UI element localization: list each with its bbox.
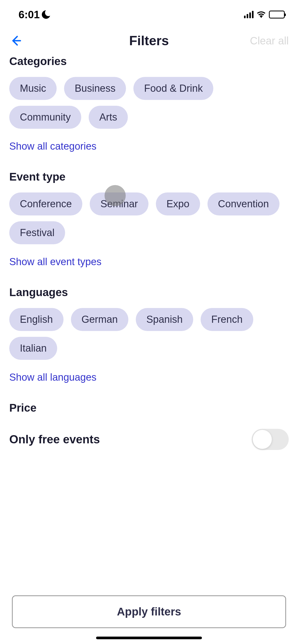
categories-chips: Music Business Food & Drink Community Ar… xyxy=(9,77,289,129)
chip-french[interactable]: French xyxy=(201,308,253,331)
chip-arts[interactable]: Arts xyxy=(89,106,128,129)
status-right xyxy=(244,11,285,19)
apply-filters-button[interactable]: Apply filters xyxy=(12,595,286,628)
header: Filters Clear all xyxy=(0,26,298,55)
chip-music[interactable]: Music xyxy=(9,77,57,100)
status-left: 6:01 xyxy=(19,9,50,21)
toggle-knob xyxy=(253,430,272,449)
battery-icon xyxy=(269,11,285,19)
chip-food-drink[interactable]: Food & Drink xyxy=(133,77,213,100)
categories-section: Categories Music Business Food & Drink C… xyxy=(9,55,289,152)
back-button[interactable] xyxy=(9,34,22,47)
chip-italian[interactable]: Italian xyxy=(9,337,57,360)
languages-section: Languages English German Spanish French … xyxy=(9,286,289,383)
fade-overlay xyxy=(0,551,298,583)
bottom-bar: Apply filters xyxy=(0,585,298,644)
chip-spanish[interactable]: Spanish xyxy=(136,308,193,331)
categories-title: Categories xyxy=(9,55,289,68)
only-free-events-toggle[interactable] xyxy=(252,429,289,450)
chip-english[interactable]: English xyxy=(9,308,64,331)
chip-convention[interactable]: Convention xyxy=(207,192,279,215)
event-type-title: Event type xyxy=(9,171,289,183)
chip-community[interactable]: Community xyxy=(9,106,81,129)
do-not-disturb-icon xyxy=(42,10,50,19)
wifi-icon xyxy=(257,11,266,18)
price-toggle-row: Only free events xyxy=(9,424,289,450)
event-type-section: Event type Conference Seminar Expo Conve… xyxy=(9,171,289,268)
event-type-chips: Conference Seminar Expo Convention Festi… xyxy=(9,192,289,244)
clear-all-button[interactable]: Clear all xyxy=(250,35,289,47)
price-title: Price xyxy=(9,402,289,414)
chip-business[interactable]: Business xyxy=(64,77,126,100)
show-all-categories-link[interactable]: Show all categories xyxy=(9,141,289,152)
content: Categories Music Business Food & Drink C… xyxy=(0,55,298,450)
touch-indicator xyxy=(105,185,126,206)
price-section: Price Only free events xyxy=(9,402,289,450)
cellular-signal-icon xyxy=(244,11,254,18)
home-indicator[interactable] xyxy=(96,637,202,639)
chip-german[interactable]: German xyxy=(71,308,128,331)
chip-festival[interactable]: Festival xyxy=(9,221,65,244)
status-time: 6:01 xyxy=(19,9,40,21)
only-free-events-label: Only free events xyxy=(9,433,100,446)
chip-conference[interactable]: Conference xyxy=(9,192,82,215)
languages-chips: English German Spanish French Italian xyxy=(9,308,289,360)
page-title: Filters xyxy=(129,33,169,48)
show-all-event-types-link[interactable]: Show all event types xyxy=(9,256,289,268)
show-all-languages-link[interactable]: Show all languages xyxy=(9,372,289,383)
chip-expo[interactable]: Expo xyxy=(156,192,200,215)
languages-title: Languages xyxy=(9,286,289,299)
status-bar: 6:01 xyxy=(0,0,298,26)
